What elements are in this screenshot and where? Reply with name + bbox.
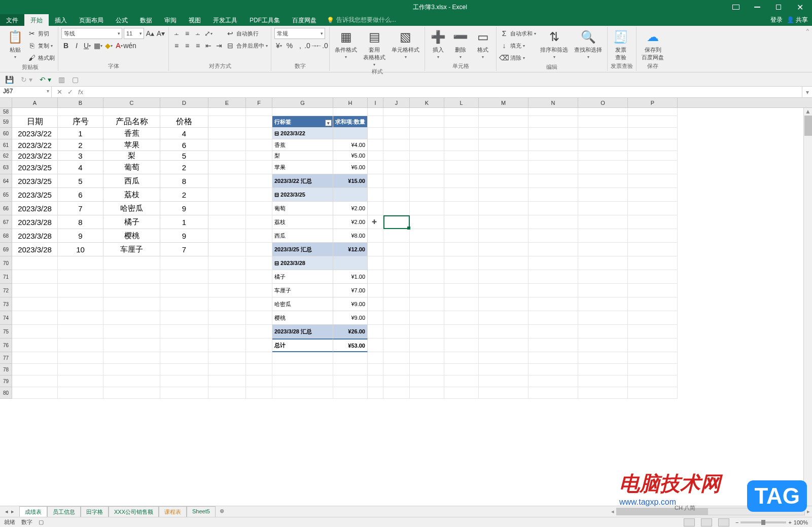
column-header[interactable]: K (410, 98, 444, 107)
cell[interactable]: 车厘子 (103, 243, 160, 256)
fill-color-button[interactable]: ◆▾ (104, 41, 113, 50)
delete-cells-button[interactable]: ➖删除▾ (450, 28, 471, 60)
cell[interactable]: 7 (160, 243, 208, 256)
cell[interactable]: ¥4.00 (333, 139, 368, 151)
cell[interactable]: 2023/3/28 (12, 229, 58, 243)
cell[interactable]: 9 (160, 202, 208, 215)
cell[interactable]: 2023/3/25 (12, 161, 58, 174)
cell[interactable]: 价格 (160, 116, 208, 128)
cell[interactable]: 2023/3/25 汇总 (272, 243, 333, 256)
row-header[interactable]: 69 (0, 243, 12, 256)
indent-dec-icon[interactable]: ⇤ (204, 41, 213, 50)
underline-button[interactable]: U▾ (83, 41, 92, 50)
row-header[interactable]: 63 (0, 161, 12, 174)
tab-home[interactable]: 开始 (24, 14, 49, 26)
cell[interactable]: 2023/3/22 (12, 128, 58, 139)
pivot-filter-icon[interactable]: ▾ (325, 120, 332, 126)
cell[interactable]: 2023/3/25 (12, 174, 58, 188)
align-right-icon[interactable]: ≡ (193, 41, 202, 50)
column-header[interactable]: E (208, 98, 246, 107)
cell[interactable]: ¥1.00 (333, 270, 368, 284)
cell[interactable]: 香蕉 (272, 139, 333, 151)
cell[interactable]: 2 (58, 139, 103, 151)
login-link[interactable]: 登录 (770, 16, 783, 24)
cell[interactable]: 8 (58, 215, 103, 229)
redo-icon[interactable]: ↻ ▾ (21, 76, 32, 84)
cell[interactable]: ¥2.00 (333, 215, 368, 229)
currency-icon[interactable]: ¥▾ (274, 41, 284, 50)
row-header[interactable]: 61 (0, 139, 12, 151)
phonetic-button[interactable]: wén (125, 41, 134, 50)
minimize-button[interactable] (747, 1, 767, 13)
row-header[interactable]: 58 (0, 108, 12, 116)
cell[interactable]: 2023/3/22 (12, 151, 58, 161)
row-header[interactable]: 65 (0, 188, 12, 202)
row-header[interactable]: 60 (0, 128, 12, 139)
cell[interactable]: 6 (160, 139, 208, 151)
tab-formulas[interactable]: 公式 (110, 14, 134, 26)
cell[interactable]: ¥26.00 (333, 325, 368, 338)
column-header[interactable]: P (628, 98, 678, 107)
sheet-tab[interactable]: XXX公司销售额 (109, 506, 159, 517)
sheet-nav-first-icon[interactable]: ◂ (5, 508, 8, 515)
column-header[interactable]: B (58, 98, 103, 107)
cell[interactable]: 2 (160, 161, 208, 174)
cell[interactable]: 樱桃 (272, 311, 333, 325)
merge-center-button[interactable]: ⊟合并后居中▾ (226, 40, 268, 51)
column-header[interactable]: J (383, 98, 410, 107)
column-header[interactable]: H (333, 98, 368, 107)
format-painter-button[interactable]: 🖌格式刷 (27, 52, 55, 63)
expand-formula-icon[interactable]: ▾ (802, 87, 812, 97)
cell[interactable]: 2023/3/22 汇总 (272, 174, 333, 188)
cell[interactable]: 2023/3/22 (12, 139, 58, 151)
select-all-corner[interactable] (0, 98, 12, 107)
bold-button[interactable]: B (61, 41, 70, 50)
comma-icon[interactable]: , (296, 41, 305, 50)
cell[interactable]: ¥53.00 (333, 338, 368, 352)
inc-decimal-icon[interactable]: .0→ (306, 41, 315, 50)
maximize-button[interactable] (768, 1, 789, 13)
clear-button[interactable]: ⌫清除▾ (500, 52, 536, 63)
cell[interactable]: 哈密瓜 (103, 202, 160, 215)
cell[interactable]: 橘子 (103, 215, 160, 229)
cell[interactable]: 2023/3/28 (12, 243, 58, 256)
cell[interactable]: 苹果 (103, 139, 160, 151)
cell[interactable]: 2 (160, 188, 208, 202)
cell[interactable]: 5 (160, 151, 208, 161)
cell[interactable]: 9 (160, 229, 208, 243)
paste-button[interactable]: 📋粘贴▾ (5, 28, 25, 60)
row-header[interactable]: 75 (0, 325, 12, 338)
enter-icon[interactable]: ✓ (67, 88, 73, 96)
sheet-tab[interactable]: Sheet5 (187, 506, 216, 517)
column-header[interactable]: A (12, 98, 58, 107)
dec-decimal-icon[interactable]: ←.0 (317, 41, 326, 50)
cell[interactable]: 2023/3/28 汇总 (272, 325, 333, 338)
cell[interactable]: 日期 (12, 116, 58, 128)
cell[interactable]: 4 (58, 161, 103, 174)
cell[interactable]: ¥5.00 (333, 151, 368, 161)
row-header[interactable]: 67 (0, 215, 12, 229)
row-header[interactable]: 59 (0, 116, 12, 128)
cell[interactable]: ¥7.00 (333, 284, 368, 297)
row-header[interactable]: 74 (0, 311, 12, 325)
cell[interactable]: 苹果 (272, 161, 333, 174)
tab-pdf[interactable]: PDF工具集 (243, 14, 286, 26)
cell[interactable]: 橘子 (272, 270, 333, 284)
cell[interactable]: 行标签▾ (272, 116, 333, 128)
row-header[interactable]: 80 (0, 387, 12, 399)
cell[interactable]: ¥9.00 (333, 311, 368, 325)
column-header[interactable]: D (160, 98, 208, 107)
cell[interactable]: 梨 (272, 151, 333, 161)
page-layout-view-icon[interactable] (701, 518, 712, 526)
sheet-tab[interactable]: 员工信息 (47, 506, 81, 517)
align-center-icon[interactable]: ≡ (183, 41, 192, 50)
cell[interactable]: 序号 (58, 116, 103, 128)
row-header[interactable]: 77 (0, 352, 12, 364)
cell[interactable]: ¥2.00 (333, 202, 368, 215)
column-header[interactable]: O (578, 98, 628, 107)
cell[interactable]: 求和项:数量 (333, 116, 368, 128)
cell[interactable]: ¥12.00 (333, 243, 368, 256)
tab-data[interactable]: 数据 (134, 14, 158, 26)
cell[interactable]: 西瓜 (272, 229, 333, 243)
sort-filter-button[interactable]: ⇅排序和筛选▾ (538, 28, 570, 60)
